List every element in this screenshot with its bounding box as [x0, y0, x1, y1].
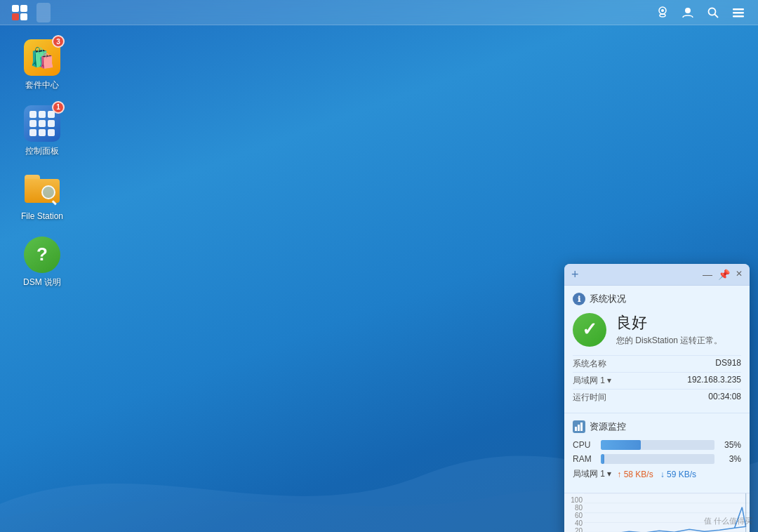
file-station-icon-wrapper: [22, 169, 62, 208]
chart-y-axis: 100 80 60 40 20 0: [564, 493, 584, 532]
y-label-40: 40: [564, 519, 583, 527]
ram-row: RAM 3%: [573, 454, 741, 464]
check-mark-icon: ✓: [582, 319, 597, 340]
widget-minimize-button[interactable]: —: [703, 269, 712, 280]
svg-line-6: [715, 14, 719, 18]
y-label-80: 80: [564, 504, 583, 512]
uptime-key: 运行时间: [573, 392, 606, 404]
file-station-app-icon: [24, 171, 60, 207]
network-row: 局域网 1 ▾ ↑ 58 KB/s ↓ 59 KB/s: [573, 468, 741, 480]
uptime-value: 00:34:08: [708, 392, 741, 404]
svg-point-1: [661, 9, 664, 12]
taskbar: [0, 0, 758, 25]
network-label[interactable]: 局域网 1 ▾: [573, 468, 611, 480]
y-label-100: 100: [564, 496, 583, 504]
ram-label: RAM: [573, 454, 595, 464]
svg-rect-8: [733, 12, 744, 14]
resource-monitor-header: 资源监控: [573, 420, 741, 433]
taskbar-open-app-tab[interactable]: [36, 3, 51, 22]
notification-icon: [656, 6, 670, 20]
notification-button[interactable]: [651, 1, 674, 24]
network-download: ↓ 59 KB/s: [660, 470, 696, 479]
widget-controls: — 📌 ✕: [703, 269, 743, 280]
cpu-percent: 35%: [720, 440, 741, 450]
svg-rect-9: [733, 15, 744, 18]
ram-percent: 3%: [720, 454, 741, 464]
app-launcher-button[interactable]: [6, 0, 34, 25]
widget-title-bar: + — 📌 ✕: [564, 264, 750, 286]
control-panel-icon[interactable]: 1 控制面板: [14, 101, 70, 160]
svg-point-5: [709, 8, 716, 15]
package-center-label: 套件中心: [25, 80, 59, 91]
control-panel-label: 控制面板: [25, 146, 59, 157]
control-panel-icon-wrapper: 1: [22, 104, 62, 143]
search-icon: [706, 6, 720, 20]
widget-close-button[interactable]: ✕: [736, 269, 743, 280]
system-name-value: DS918: [715, 358, 741, 370]
cpu-row: CPU 35%: [573, 440, 741, 450]
control-panel-badge: 1: [52, 101, 65, 114]
cpu-label: CPU: [573, 440, 595, 450]
cpu-bar-fill: [601, 440, 641, 450]
svg-rect-12: [580, 423, 583, 431]
synology-logo-icon: [12, 5, 27, 20]
status-label: 良好: [616, 312, 722, 333]
ram-bar-fill: [601, 454, 604, 464]
folder-shape: [25, 175, 60, 203]
package-center-icon[interactable]: 🛍️ 3 套件中心: [14, 35, 70, 94]
user-button[interactable]: [677, 1, 699, 24]
options-button[interactable]: [727, 1, 750, 24]
resource-icon: [573, 420, 585, 433]
resource-monitor-widget: 资源监控 CPU 35% RAM 3% 局域网 1 ▾ ↑ 58 KB/s: [564, 413, 750, 493]
folder-body: [25, 179, 60, 203]
taskbar-left: [0, 0, 51, 25]
y-label-60: 60: [564, 512, 583, 519]
status-desc: 您的 DiskStation 运转正常。: [616, 335, 722, 347]
svg-rect-11: [578, 425, 580, 431]
resource-monitor-title: 资源监控: [590, 420, 626, 433]
uptime-row: 运行时间 00:34:08: [573, 389, 741, 406]
file-station-icon[interactable]: File Station: [14, 166, 70, 225]
desktop-icons: 🛍️ 3 套件中心 1 控制面板: [14, 35, 70, 291]
status-details: 系统名称 DS918 局域网 1 ▾ 192.168.3.235 运行时间 00…: [573, 355, 741, 406]
status-check-circle: ✓: [573, 313, 606, 347]
options-icon: [731, 6, 745, 20]
cpu-bar-background: [601, 440, 714, 450]
watermark: 值 什么值得买: [704, 516, 752, 526]
package-center-icon-wrapper: 🛍️ 3: [22, 38, 62, 77]
widget-add-button[interactable]: +: [571, 268, 579, 281]
resource-rows: CPU 35% RAM 3% 局域网 1 ▾ ↑ 58 KB/s ↓ 59 KB…: [573, 440, 741, 480]
dsm-help-icon[interactable]: ? DSM 说明: [14, 232, 70, 291]
lan-ip-value: 192.168.3.235: [687, 375, 741, 387]
system-name-row: 系统名称 DS918: [573, 355, 741, 372]
dsm-help-app-icon: ?: [24, 237, 60, 273]
search-button[interactable]: [702, 1, 724, 24]
network-upload: ↑ 58 KB/s: [617, 470, 653, 479]
system-status-widget: ℹ 系统状况 ✓ 良好 您的 DiskStation 运转正常。 系统名称 DS…: [564, 286, 750, 413]
logo-sq-2: [20, 5, 27, 12]
widget-pin-button[interactable]: 📌: [718, 269, 730, 280]
lan-row: 局域网 1 ▾ 192.168.3.235: [573, 372, 741, 389]
dsm-help-label: DSM 说明: [23, 277, 61, 288]
status-text: 良好 您的 DiskStation 运转正常。: [616, 312, 722, 347]
y-label-20: 20: [564, 527, 583, 532]
user-icon: [681, 6, 695, 20]
lan-key[interactable]: 局域网 1 ▾: [573, 375, 611, 387]
bar-chart-icon: [575, 423, 583, 431]
network-stats: ↑ 58 KB/s ↓ 59 KB/s: [617, 470, 696, 479]
system-status-header: ℹ 系统状况: [573, 293, 741, 305]
logo-sq-4: [20, 13, 27, 20]
logo-sq-3: [12, 13, 19, 20]
svg-point-4: [685, 8, 691, 13]
logo-sq-1: [12, 5, 19, 12]
file-station-label: File Station: [21, 211, 63, 222]
folder-magnifier: [41, 185, 55, 199]
package-center-badge: 3: [52, 35, 65, 48]
ram-bar-background: [601, 454, 714, 464]
widget-panel: + — 📌 ✕ ℹ 系统状况 ✓ 良好 您的 DiskStation 运转正常。…: [564, 264, 750, 532]
svg-rect-7: [733, 8, 744, 11]
ctrl-grid: [29, 111, 55, 136]
svg-point-3: [660, 14, 665, 17]
taskbar-right: [651, 1, 758, 24]
system-status-title: 系统状况: [590, 293, 626, 305]
